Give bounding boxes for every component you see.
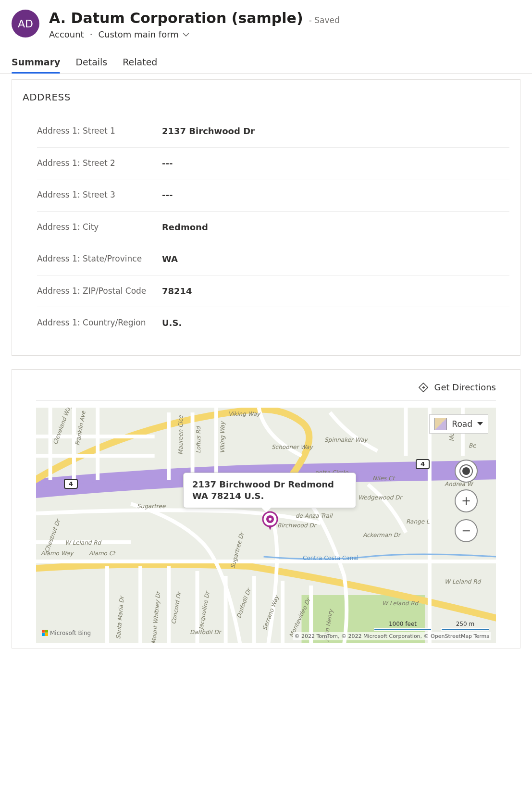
field-row[interactable]: Address 1: State/Province WA (37, 243, 509, 275)
road-label: Alamo Way (41, 550, 73, 557)
field-value: U.S. (162, 318, 182, 328)
road-label: Ackerman Dr (363, 532, 400, 538)
chevron-down-icon (183, 31, 189, 38)
road-label: Be (469, 442, 476, 449)
canal-label: Contra Costa Canal (303, 555, 359, 561)
field-row[interactable]: Address 1: ZIP/Postal Code 78214 (37, 275, 509, 308)
road-label: Daffodil Dr (190, 629, 221, 636)
map[interactable]: 4 4 Viking Way Schooner Way Spinnaker Wa… (36, 408, 496, 643)
location-tooltip: 2137 Birchwood Dr Redmond WA 78214 U.S. (183, 473, 356, 509)
field-label: Address 1: Street 2 (37, 157, 162, 170)
map-scale: 1000 feet 250 m (374, 621, 489, 631)
road-label: Viking Way (219, 421, 226, 453)
field-row[interactable]: Address 1: Street 1 2137 Birchwood Dr (37, 115, 509, 148)
road-label: Schooner Way (272, 444, 313, 450)
zoom-in-button[interactable]: + (455, 489, 478, 512)
road-label: Spinnaker Way (324, 436, 367, 443)
field-row[interactable]: Address 1: Country/Region U.S. (37, 307, 509, 339)
field-label: Address 1: Street 1 (37, 125, 162, 137)
road-label: W Leland Rd (65, 539, 101, 546)
field-label: Address 1: ZIP/Postal Code (37, 285, 162, 298)
section-title: ADDRESS (23, 91, 509, 103)
road-label: W Leland Rd (382, 600, 418, 607)
minus-icon: − (461, 524, 471, 537)
dropdown-icon (477, 422, 483, 425)
road-label: Alamo Ct (89, 550, 115, 557)
scale-m-label: 250 m (456, 621, 474, 627)
field-value: WA (162, 254, 178, 264)
field-row[interactable]: Address 1: Street 2 --- (37, 148, 509, 180)
road-label: Sugartree (137, 503, 165, 510)
field-row[interactable]: Address 1: Street 3 --- (37, 179, 509, 212)
tab-related[interactable]: Related (123, 51, 157, 73)
road-label: de Anza Trail (296, 512, 333, 519)
microsoft-logo-icon (42, 630, 48, 636)
field-label: Address 1: City (37, 221, 162, 234)
field-value: 78214 (162, 286, 192, 296)
map-provider-logo: Microsoft Bing (42, 630, 91, 636)
field-label: Address 1: Country/Region (37, 317, 162, 329)
field-label: Address 1: State/Province (37, 253, 162, 265)
form-selector-label: Custom main form (98, 29, 178, 39)
form-tabs: Summary Details Related (0, 46, 532, 74)
map-attribution[interactable]: © 2022 TomTom, © 2022 Microsoft Corporat… (293, 632, 492, 640)
locate-icon (462, 467, 470, 475)
page-title: A. Datum Corporation (sample) (49, 10, 303, 26)
field-value: --- (162, 190, 173, 200)
road-label: Birchwood Dr (277, 522, 316, 529)
field-value: Redmond (162, 222, 208, 232)
road-label: Loftus Rd (195, 426, 202, 453)
locate-button[interactable] (455, 460, 478, 483)
directions-icon (418, 382, 429, 393)
separator: · (90, 29, 93, 39)
field-label: Address 1: Street 3 (37, 189, 162, 201)
highway-shield: 4 (64, 479, 78, 489)
road-label: W Leland Rd (445, 578, 481, 585)
map-type-label: Road (452, 419, 472, 429)
form-selector[interactable]: Custom main form (98, 29, 189, 39)
address-section: ADDRESS Address 1: Street 1 2137 Birchwo… (12, 79, 520, 356)
get-directions-link[interactable]: Get Directions (434, 382, 496, 392)
map-provider-label: Microsoft Bing (50, 630, 91, 636)
scale-feet-label: 1000 feet (389, 621, 417, 627)
svg-point-4 (269, 518, 272, 521)
road-label: Maureen Cice (177, 415, 184, 455)
road-label: Range L (406, 518, 430, 525)
plus-icon: + (461, 494, 471, 508)
field-row[interactable]: Address 1: City Redmond (37, 212, 509, 244)
map-type-selector[interactable]: Road (429, 414, 488, 434)
location-pin[interactable] (262, 511, 278, 533)
field-value: 2137 Birchwood Dr (162, 126, 255, 136)
avatar: AD (12, 10, 39, 37)
road-label: Viking Way (228, 411, 260, 417)
record-header: AD A. Datum Corporation (sample) - Saved… (0, 0, 532, 46)
map-section: Get Directions (12, 369, 520, 648)
field-value: --- (162, 158, 173, 168)
map-type-icon (434, 418, 447, 430)
zoom-out-button[interactable]: − (455, 519, 478, 542)
entity-type-label: Account (49, 29, 84, 39)
tab-summary[interactable]: Summary (12, 51, 60, 73)
tab-details[interactable]: Details (75, 51, 107, 73)
highway-shield: 4 (416, 459, 430, 469)
road-label: Wedgewood Dr (358, 494, 402, 501)
road-label: Niles Ct (372, 475, 395, 482)
saved-indicator: - Saved (309, 15, 340, 25)
